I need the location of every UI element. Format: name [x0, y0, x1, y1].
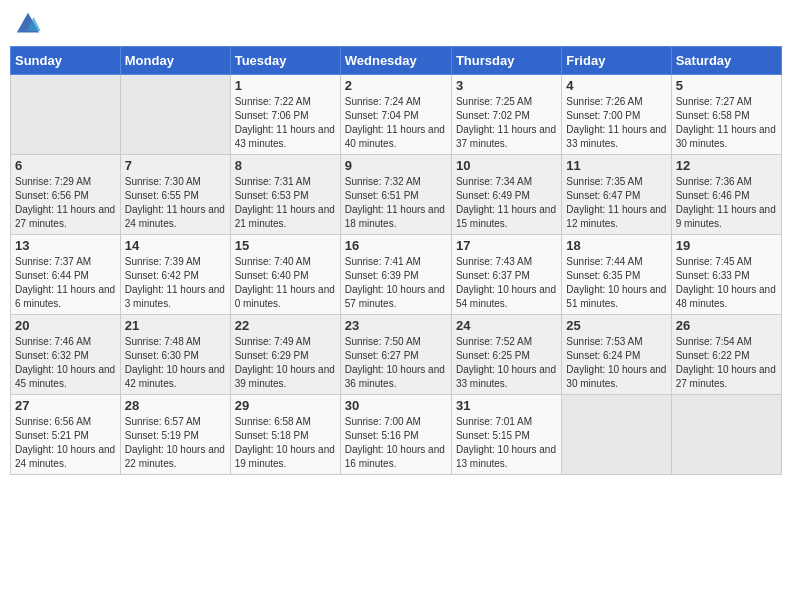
day-info: Sunrise: 7:25 AMSunset: 7:02 PMDaylight:…: [456, 95, 557, 151]
calendar-cell: 27Sunrise: 6:56 AMSunset: 5:21 PMDayligh…: [11, 395, 121, 475]
calendar-cell: 4Sunrise: 7:26 AMSunset: 7:00 PMDaylight…: [562, 75, 671, 155]
header-day-saturday: Saturday: [671, 47, 781, 75]
day-info: Sunrise: 7:32 AMSunset: 6:51 PMDaylight:…: [345, 175, 447, 231]
calendar-cell: [120, 75, 230, 155]
day-number: 2: [345, 78, 447, 93]
header-day-tuesday: Tuesday: [230, 47, 340, 75]
day-number: 17: [456, 238, 557, 253]
day-number: 14: [125, 238, 226, 253]
day-number: 15: [235, 238, 336, 253]
calendar-cell: 3Sunrise: 7:25 AMSunset: 7:02 PMDaylight…: [451, 75, 561, 155]
day-number: 18: [566, 238, 666, 253]
day-number: 13: [15, 238, 116, 253]
calendar-cell: [11, 75, 121, 155]
calendar-cell: 26Sunrise: 7:54 AMSunset: 6:22 PMDayligh…: [671, 315, 781, 395]
day-number: 3: [456, 78, 557, 93]
calendar-cell: 2Sunrise: 7:24 AMSunset: 7:04 PMDaylight…: [340, 75, 451, 155]
header-day-wednesday: Wednesday: [340, 47, 451, 75]
calendar-cell: 28Sunrise: 6:57 AMSunset: 5:19 PMDayligh…: [120, 395, 230, 475]
calendar-header: SundayMondayTuesdayWednesdayThursdayFrid…: [11, 47, 782, 75]
day-info: Sunrise: 7:35 AMSunset: 6:47 PMDaylight:…: [566, 175, 666, 231]
day-number: 1: [235, 78, 336, 93]
day-number: 5: [676, 78, 777, 93]
day-number: 24: [456, 318, 557, 333]
day-info: Sunrise: 7:27 AMSunset: 6:58 PMDaylight:…: [676, 95, 777, 151]
logo-icon: [14, 10, 42, 38]
calendar-cell: 8Sunrise: 7:31 AMSunset: 6:53 PMDaylight…: [230, 155, 340, 235]
day-info: Sunrise: 7:31 AMSunset: 6:53 PMDaylight:…: [235, 175, 336, 231]
calendar-cell: 25Sunrise: 7:53 AMSunset: 6:24 PMDayligh…: [562, 315, 671, 395]
calendar-body: 1Sunrise: 7:22 AMSunset: 7:06 PMDaylight…: [11, 75, 782, 475]
day-number: 12: [676, 158, 777, 173]
day-info: Sunrise: 7:26 AMSunset: 7:00 PMDaylight:…: [566, 95, 666, 151]
day-number: 25: [566, 318, 666, 333]
calendar-cell: 18Sunrise: 7:44 AMSunset: 6:35 PMDayligh…: [562, 235, 671, 315]
calendar-cell: [671, 395, 781, 475]
calendar-week-5: 27Sunrise: 6:56 AMSunset: 5:21 PMDayligh…: [11, 395, 782, 475]
day-info: Sunrise: 7:41 AMSunset: 6:39 PMDaylight:…: [345, 255, 447, 311]
calendar-cell: 5Sunrise: 7:27 AMSunset: 6:58 PMDaylight…: [671, 75, 781, 155]
calendar-cell: 22Sunrise: 7:49 AMSunset: 6:29 PMDayligh…: [230, 315, 340, 395]
day-number: 23: [345, 318, 447, 333]
day-info: Sunrise: 7:48 AMSunset: 6:30 PMDaylight:…: [125, 335, 226, 391]
calendar-cell: 9Sunrise: 7:32 AMSunset: 6:51 PMDaylight…: [340, 155, 451, 235]
calendar-cell: 1Sunrise: 7:22 AMSunset: 7:06 PMDaylight…: [230, 75, 340, 155]
day-info: Sunrise: 6:57 AMSunset: 5:19 PMDaylight:…: [125, 415, 226, 471]
day-info: Sunrise: 7:34 AMSunset: 6:49 PMDaylight:…: [456, 175, 557, 231]
day-info: Sunrise: 7:54 AMSunset: 6:22 PMDaylight:…: [676, 335, 777, 391]
calendar-cell: 19Sunrise: 7:45 AMSunset: 6:33 PMDayligh…: [671, 235, 781, 315]
day-number: 21: [125, 318, 226, 333]
calendar-cell: 31Sunrise: 7:01 AMSunset: 5:15 PMDayligh…: [451, 395, 561, 475]
day-number: 6: [15, 158, 116, 173]
day-info: Sunrise: 7:22 AMSunset: 7:06 PMDaylight:…: [235, 95, 336, 151]
day-info: Sunrise: 7:00 AMSunset: 5:16 PMDaylight:…: [345, 415, 447, 471]
day-number: 10: [456, 158, 557, 173]
day-info: Sunrise: 7:29 AMSunset: 6:56 PMDaylight:…: [15, 175, 116, 231]
day-number: 19: [676, 238, 777, 253]
day-number: 28: [125, 398, 226, 413]
day-info: Sunrise: 7:46 AMSunset: 6:32 PMDaylight:…: [15, 335, 116, 391]
calendar-cell: 11Sunrise: 7:35 AMSunset: 6:47 PMDayligh…: [562, 155, 671, 235]
header-row: SundayMondayTuesdayWednesdayThursdayFrid…: [11, 47, 782, 75]
day-number: 4: [566, 78, 666, 93]
day-info: Sunrise: 7:24 AMSunset: 7:04 PMDaylight:…: [345, 95, 447, 151]
day-number: 26: [676, 318, 777, 333]
header-day-sunday: Sunday: [11, 47, 121, 75]
day-info: Sunrise: 7:50 AMSunset: 6:27 PMDaylight:…: [345, 335, 447, 391]
day-number: 16: [345, 238, 447, 253]
day-number: 9: [345, 158, 447, 173]
day-info: Sunrise: 7:44 AMSunset: 6:35 PMDaylight:…: [566, 255, 666, 311]
calendar-cell: 23Sunrise: 7:50 AMSunset: 6:27 PMDayligh…: [340, 315, 451, 395]
calendar-cell: 14Sunrise: 7:39 AMSunset: 6:42 PMDayligh…: [120, 235, 230, 315]
calendar-cell: 15Sunrise: 7:40 AMSunset: 6:40 PMDayligh…: [230, 235, 340, 315]
calendar-cell: 12Sunrise: 7:36 AMSunset: 6:46 PMDayligh…: [671, 155, 781, 235]
day-info: Sunrise: 7:01 AMSunset: 5:15 PMDaylight:…: [456, 415, 557, 471]
day-info: Sunrise: 6:58 AMSunset: 5:18 PMDaylight:…: [235, 415, 336, 471]
day-info: Sunrise: 7:39 AMSunset: 6:42 PMDaylight:…: [125, 255, 226, 311]
header-day-friday: Friday: [562, 47, 671, 75]
calendar-cell: 10Sunrise: 7:34 AMSunset: 6:49 PMDayligh…: [451, 155, 561, 235]
calendar-cell: 30Sunrise: 7:00 AMSunset: 5:16 PMDayligh…: [340, 395, 451, 475]
calendar-week-3: 13Sunrise: 7:37 AMSunset: 6:44 PMDayligh…: [11, 235, 782, 315]
day-info: Sunrise: 7:53 AMSunset: 6:24 PMDaylight:…: [566, 335, 666, 391]
calendar-table: SundayMondayTuesdayWednesdayThursdayFrid…: [10, 46, 782, 475]
calendar-week-2: 6Sunrise: 7:29 AMSunset: 6:56 PMDaylight…: [11, 155, 782, 235]
day-info: Sunrise: 7:36 AMSunset: 6:46 PMDaylight:…: [676, 175, 777, 231]
day-number: 22: [235, 318, 336, 333]
day-info: Sunrise: 7:43 AMSunset: 6:37 PMDaylight:…: [456, 255, 557, 311]
header-day-thursday: Thursday: [451, 47, 561, 75]
day-number: 31: [456, 398, 557, 413]
calendar-week-4: 20Sunrise: 7:46 AMSunset: 6:32 PMDayligh…: [11, 315, 782, 395]
calendar-cell: 17Sunrise: 7:43 AMSunset: 6:37 PMDayligh…: [451, 235, 561, 315]
day-number: 11: [566, 158, 666, 173]
calendar-cell: 20Sunrise: 7:46 AMSunset: 6:32 PMDayligh…: [11, 315, 121, 395]
day-number: 27: [15, 398, 116, 413]
calendar-cell: [562, 395, 671, 475]
day-info: Sunrise: 7:30 AMSunset: 6:55 PMDaylight:…: [125, 175, 226, 231]
calendar-cell: 29Sunrise: 6:58 AMSunset: 5:18 PMDayligh…: [230, 395, 340, 475]
calendar-cell: 16Sunrise: 7:41 AMSunset: 6:39 PMDayligh…: [340, 235, 451, 315]
day-number: 30: [345, 398, 447, 413]
day-number: 20: [15, 318, 116, 333]
day-info: Sunrise: 7:52 AMSunset: 6:25 PMDaylight:…: [456, 335, 557, 391]
calendar-week-1: 1Sunrise: 7:22 AMSunset: 7:06 PMDaylight…: [11, 75, 782, 155]
